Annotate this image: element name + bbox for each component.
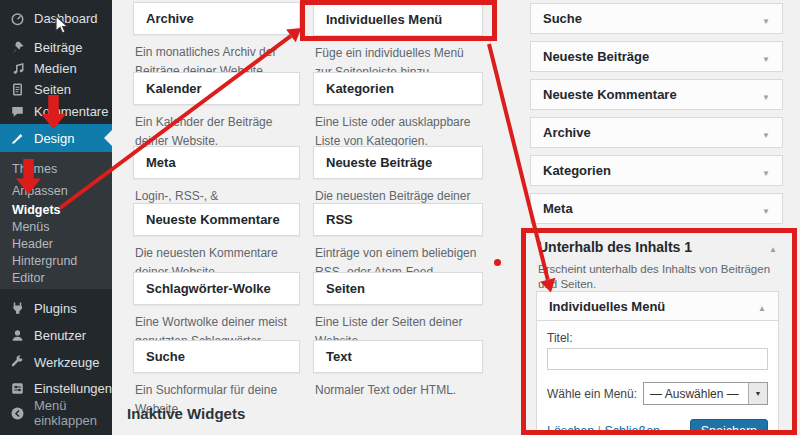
widget-card-archive[interactable]: Archive Ein monatliches Archiv der Beitr… — [133, 2, 300, 80]
sidebar-item-dashboard[interactable]: Dashboard — [0, 7, 112, 29]
media-icon — [10, 61, 25, 76]
widget-card-title[interactable]: Suche — [133, 340, 300, 373]
sidebar-item-plugins[interactable]: Plugins — [0, 297, 112, 319]
submenu-item-themes[interactable]: Themes — [0, 162, 112, 177]
submenu-item-header[interactable]: Header — [0, 237, 112, 252]
sidebar-item-label: Werkzeuge — [34, 355, 100, 370]
chevron-up-icon[interactable] — [769, 238, 777, 256]
sidebar-area-title: Archive — [543, 125, 591, 140]
sidebar-area-title: Neueste Kommentare — [543, 87, 677, 102]
menu-select[interactable]: — Auswählen — — [643, 382, 768, 405]
widget-card-text[interactable]: Text Normaler Text oder HTML. — [313, 340, 483, 400]
widget-card-description: Ein Kalender der Beiträge deiner Website… — [133, 105, 300, 150]
widget-card-kalender[interactable]: Kalender Ein Kalender der Beiträge deine… — [133, 72, 300, 150]
widgets-content: Archive Ein monatliches Archiv der Beitr… — [112, 0, 800, 435]
sidebar-item-label: Benutzer — [34, 328, 86, 343]
sidebar-item-label: Einstellungen — [34, 381, 112, 396]
sidebar-item-tools[interactable]: Werkzeuge — [0, 351, 112, 373]
tools-icon — [10, 355, 25, 370]
widget-card-kategorien[interactable]: Kategorien Eine Liste oder ausklappbare … — [313, 72, 483, 150]
sidebar-item-settings[interactable]: Einstellungen — [0, 377, 112, 399]
submenu-item-anpassen[interactable]: Anpassen — [0, 184, 112, 199]
widget-card-title[interactable]: Schlagwörter-Wolke — [133, 272, 300, 305]
submenu-item-hintergrund[interactable]: Hintergrund — [0, 254, 112, 269]
widget-card-neueste-kommentare[interactable]: Neueste Kommentare Die neuesten Kommenta… — [133, 203, 300, 281]
dropdown-arrow-icon[interactable] — [748, 383, 767, 404]
users-icon — [10, 328, 25, 343]
widget-card-title[interactable]: Individuelles Menü — [313, 3, 483, 36]
chevron-up-icon[interactable] — [758, 297, 766, 315]
settings-icon — [10, 381, 25, 396]
chevron-down-icon[interactable] — [762, 124, 770, 142]
link-separator: | — [598, 424, 601, 435]
open-area-description: Erscheint unterhalb des Inhalts von Beit… — [530, 256, 783, 292]
open-widget-header[interactable]: Individuelles Menü — [536, 291, 779, 321]
sidebar-area-title: Neueste Beiträge — [543, 49, 649, 64]
widget-card-title[interactable]: Archive — [133, 2, 300, 35]
widget-card-title[interactable]: Meta — [133, 146, 300, 179]
open-widget-individuelles-menu: Individuelles Menü Titel: Wähle ein Menü… — [536, 291, 779, 435]
sidebar-item-media[interactable]: Medien — [0, 57, 112, 79]
widget-card-title[interactable]: Neueste Kommentare — [133, 203, 300, 236]
sidebar-area-meta[interactable]: Meta — [530, 193, 783, 224]
menu-select-label: Wähle ein Menü: — [547, 387, 637, 401]
chevron-down-icon[interactable] — [762, 48, 770, 66]
submenu-item-editor[interactable]: Editor — [0, 271, 112, 286]
menu-select-value: — Auswählen — — [644, 387, 739, 401]
sidebar-item-comments[interactable]: Kommentare — [0, 100, 112, 122]
sidebar-area-title: Meta — [543, 201, 573, 216]
open-area-title: Unterhalb des Inhalts 1 — [538, 239, 692, 255]
plugins-icon — [10, 301, 25, 316]
sidebar-item-design[interactable]: Design — [0, 124, 112, 152]
widget-card-seiten[interactable]: Seiten Eine Liste der Seiten deiner Webs… — [313, 272, 483, 350]
sidebar-area-title: Suche — [543, 11, 582, 26]
widget-card-schlagwoerter-wolke[interactable]: Schlagwörter-Wolke Eine Wortwolke deiner… — [133, 272, 300, 350]
widget-card-title[interactable]: Neueste Beiträge — [313, 146, 483, 179]
widget-card-description: Normaler Text oder HTML. — [313, 373, 483, 400]
widget-card-title[interactable]: Kalender — [133, 72, 300, 105]
sidebar-area-neueste-beitraege[interactable]: Neueste Beiträge — [530, 41, 783, 72]
sidebar-area-title: Kategorien — [543, 163, 611, 178]
save-button[interactable]: Speichern — [690, 419, 768, 435]
sidebar-item-label: Dashboard — [34, 11, 98, 26]
delete-link[interactable]: Löschen — [547, 424, 594, 435]
sidebar-item-pages[interactable]: Seiten — [0, 78, 112, 100]
submenu-item-menus[interactable]: Menüs — [0, 220, 112, 235]
collapse-menu-button[interactable]: Menü einklappen — [0, 402, 112, 424]
collapse-menu-label: Menü einklappen — [34, 398, 112, 428]
sidebar-item-posts[interactable]: Beiträge — [0, 36, 112, 58]
dashboard-icon — [10, 11, 25, 26]
widget-card-rss[interactable]: RSS Einträge von einem beliebigen RSS- o… — [313, 203, 483, 281]
widget-card-title[interactable]: RSS — [313, 203, 483, 236]
title-field-label: Titel: — [547, 331, 768, 345]
widget-card-individuelles-menu[interactable]: Individuelles Menü Füge ein individuelle… — [313, 3, 483, 81]
pages-icon — [10, 82, 25, 97]
chevron-down-icon[interactable] — [762, 162, 770, 180]
comments-icon — [10, 104, 25, 119]
sidebar-item-label: Kommentare — [34, 104, 108, 119]
chevron-down-icon[interactable] — [762, 10, 770, 28]
sidebar-item-label: Design — [34, 131, 74, 146]
sidebar-item-users[interactable]: Benutzer — [0, 324, 112, 346]
design-submenu: Themes Anpassen Widgets Menüs Header Hin… — [0, 152, 112, 289]
sidebar-area-neueste-kommentare[interactable]: Neueste Kommentare — [530, 79, 783, 110]
inactive-widgets-heading: Inaktive Widgets — [127, 405, 245, 422]
title-input[interactable] — [547, 348, 768, 370]
submenu-item-widgets[interactable]: Widgets — [0, 203, 112, 218]
widget-card-title[interactable]: Kategorien — [313, 72, 483, 105]
posts-icon — [10, 40, 25, 55]
chevron-down-icon[interactable] — [762, 86, 770, 104]
appearance-icon — [10, 131, 25, 146]
close-link[interactable]: Schließen — [604, 424, 660, 435]
open-widget-body: Titel: Wähle ein Menü: — Auswählen — Lös… — [536, 321, 779, 435]
widget-card-title[interactable]: Seiten — [313, 272, 483, 305]
chevron-down-icon[interactable] — [762, 200, 770, 218]
sidebar-item-label: Plugins — [34, 301, 77, 316]
sidebar-area-kategorien[interactable]: Kategorien — [530, 155, 783, 186]
collapse-icon — [10, 406, 25, 421]
sidebar-area-suche[interactable]: Suche — [530, 3, 783, 34]
sidebar-item-label: Beiträge — [34, 40, 82, 55]
wordpress-widgets-screen: Dashboard Beiträge Medien Seiten Komment… — [0, 0, 800, 435]
widget-card-title[interactable]: Text — [313, 340, 483, 373]
sidebar-area-archive[interactable]: Archive — [530, 117, 783, 148]
